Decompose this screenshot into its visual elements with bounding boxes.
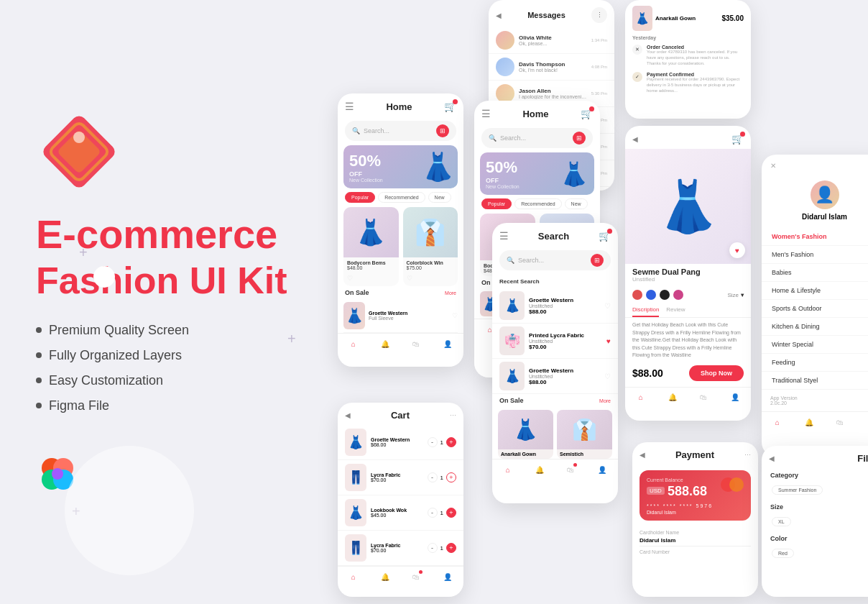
back-icon-prod[interactable]: ◀ [632, 135, 638, 143]
home2-search[interactable]: 🔍 Search... ⊞ [481, 128, 593, 148]
wishlist-icon-2[interactable]: ♡ [452, 312, 458, 319]
tab-popular[interactable]: Popular [345, 192, 375, 203]
message-item[interactable]: Olivia White Ok, please... 1:34 Pm [489, 27, 614, 54]
qty-plus-2[interactable]: + [446, 472, 456, 482]
menu-item-home[interactable]: Home & Lifestyle [762, 282, 868, 300]
cart-badge [453, 99, 458, 104]
cart-item-2[interactable]: 👖 Lycra Fabric $70.00 - 1 + [338, 460, 463, 495]
nav-home-icon[interactable]: ⌂ [348, 338, 359, 349]
tab-new[interactable]: New [428, 192, 451, 203]
nav-bag-s[interactable]: 🛍 [565, 464, 576, 475]
messages-options-icon[interactable]: ⋮ [591, 7, 607, 23]
search-input-bar[interactable]: 🔍 Search... ⊞ [499, 250, 611, 270]
qty-plus-4[interactable]: + [446, 543, 456, 553]
nav-bell-icon[interactable]: 🔔 [379, 338, 391, 349]
search-cart-icon[interactable]: 🛒 [599, 230, 611, 242]
tab-new-2[interactable]: New [565, 198, 588, 209]
filter-search-btn[interactable]: ⊞ [591, 254, 604, 267]
nav-bag-p[interactable]: 🛍 [698, 392, 709, 403]
nav-bell-c[interactable]: 🔔 [379, 571, 391, 582]
dots-icon-pay[interactable]: ⋯ [744, 452, 751, 459]
product-card[interactable]: 👗 Bodycorn Bems $48.00 ♡ [343, 207, 399, 286]
wishlist-icon-s2[interactable]: ♥ [606, 337, 611, 345]
wishlist-icon-s3[interactable]: ♡ [604, 372, 611, 380]
nav-bell-s[interactable]: 🔔 [534, 464, 545, 475]
cart-icon[interactable]: 🛒 [581, 108, 593, 119]
nav-home-s[interactable]: ⌂ [502, 464, 514, 475]
search-result-item[interactable]: 👗 Groette Western Unstitched $88.00 ♡ [492, 288, 618, 324]
back-icon-filter[interactable]: ◀ [769, 454, 775, 462]
filter-btn[interactable]: ⊞ [436, 124, 449, 137]
tab-description[interactable]: Discription [632, 303, 659, 317]
cart-icon-prod[interactable]: 🛒 [731, 133, 744, 145]
nav-bag-c[interactable]: 🛍 [410, 571, 422, 582]
nav-profile-c[interactable]: 👤 [442, 571, 453, 582]
nav-profile-s[interactable]: 👤 [596, 464, 608, 475]
filter-color-tag[interactable]: Red [772, 549, 794, 558]
menu-item-babies[interactable]: Babies [762, 264, 868, 282]
search-result-item[interactable]: 👗 Groette Western Unstitched $88.00 ♡ [492, 359, 618, 394]
qty-minus-1[interactable]: - [428, 437, 438, 447]
avatar [496, 31, 514, 50]
cart-item-4[interactable]: 👖 Lycra Fabric $70.00 - 1 + [338, 531, 463, 566]
back-icon-pay[interactable]: ◀ [640, 451, 645, 459]
on-sale-more[interactable]: More [445, 290, 456, 296]
nav-home-p[interactable]: ⌂ [635, 392, 647, 403]
message-item[interactable]: Davis Thompson Ok, I'm not black! 4:08 P… [489, 54, 614, 81]
qty-minus-2[interactable]: - [428, 472, 438, 482]
nav-home-prof[interactable]: ⌂ [772, 416, 783, 428]
qty-plus-3[interactable]: + [446, 508, 456, 518]
qty-ctrl-1: - 1 + [428, 437, 456, 447]
search-result-item[interactable]: 👘 Printed Lycra Fabric Unstitched $70.00… [492, 324, 618, 359]
onsale-card-2[interactable]: 👔 Semistich [557, 410, 612, 459]
menu-item-traditional[interactable]: Traditional Styel [762, 372, 868, 390]
size-selector[interactable]: Size ▾ [727, 290, 744, 300]
on-sale-more-search[interactable]: More [599, 398, 611, 403]
nav-bag-icon[interactable]: 🛍 [410, 338, 422, 349]
nav-bell-p[interactable]: 🔔 [667, 392, 678, 403]
menu-item-kitchen[interactable]: Kitchen & Dining [762, 318, 868, 336]
wishlist-icon[interactable]: ♡ [347, 275, 353, 282]
onsale-card-1[interactable]: 👗 Anarkali Gown [498, 410, 553, 459]
filter-category-tag[interactable]: Summer Fashion [772, 485, 823, 495]
wishlist-icon[interactable]: ♡ [407, 275, 412, 282]
color-dot-red[interactable] [632, 290, 642, 300]
menu-item-sports[interactable]: Sports & Outdoor [762, 300, 868, 318]
close-icon[interactable]: ✕ [770, 162, 776, 170]
cart-icon-container[interactable]: 🛒 [444, 101, 456, 112]
qty-plus-1[interactable]: + [446, 437, 456, 447]
menu-item-mens[interactable]: Men's Fashion [762, 246, 868, 264]
shop-now-button[interactable]: Shop Now [689, 365, 744, 381]
phone-product-detail: ◀ 🛒 👗 ♥ Sewme Dual Pang Unstifled Size ▾ [625, 126, 751, 421]
dots-icon-cart[interactable]: ⋯ [450, 412, 456, 419]
menu-item-feeding[interactable]: Feeding [762, 354, 868, 372]
nav-profile-icon[interactable]: 👤 [442, 338, 453, 349]
filter-size-tag[interactable]: XL [772, 517, 791, 526]
back-icon-cart[interactable]: ◀ [345, 411, 351, 419]
cart-item-1[interactable]: 👗 Groette Western $68.00 - 1 + [338, 425, 463, 460]
nav-profile-p[interactable]: 👤 [729, 392, 741, 403]
home-search[interactable]: 🔍 Search... ⊞ [345, 121, 456, 141]
color-dot-black[interactable] [660, 290, 670, 300]
tab-review[interactable]: Review [666, 303, 685, 317]
qty-minus-4[interactable]: - [428, 543, 438, 553]
tab-recommended[interactable]: Recommended [378, 192, 425, 203]
heart-btn[interactable]: ♥ [729, 242, 745, 258]
qty-minus-3[interactable]: - [428, 508, 438, 518]
menu-item-winter[interactable]: Winter Special [762, 336, 868, 354]
nav-bell-prof[interactable]: 🔔 [803, 416, 815, 428]
product-card[interactable]: 👔 Colorblock Win $75.00 ♡ [403, 207, 458, 286]
wishlist-icon-s1[interactable]: ♡ [604, 302, 611, 310]
color-dot-blue[interactable] [646, 290, 656, 300]
back-icon[interactable]: ◀ [496, 12, 502, 19]
phone-search: ☰ Search 🛒 🔍 Search... ⊞ Recent Search 👗… [492, 223, 618, 503]
menu-item-womens[interactable]: Women's Fashion [762, 228, 868, 246]
filter-btn[interactable]: ⊞ [573, 132, 586, 145]
nav-home-c[interactable]: ⌂ [348, 571, 359, 582]
tab-popular-2[interactable]: Popular [481, 198, 512, 209]
color-dot-pink[interactable] [673, 290, 683, 300]
cart-item-3[interactable]: 👗 Lookbook Wok $45.00 - 1 + [338, 495, 463, 531]
on-sale-item[interactable]: 👗 Groette Western Full Sleeve ♡ [338, 299, 463, 333]
nav-bag-prof[interactable]: 🛍 [834, 416, 846, 428]
tab-recommended-2[interactable]: Recommended [514, 198, 561, 209]
